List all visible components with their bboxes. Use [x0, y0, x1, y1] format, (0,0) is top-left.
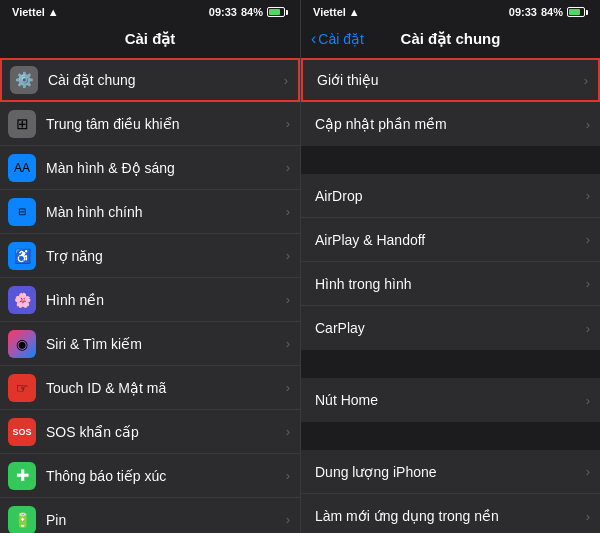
- battery-fill-right: [569, 9, 580, 15]
- battery-icon-left: [267, 7, 288, 17]
- chevron-man-hinh-chinh: ›: [286, 204, 290, 219]
- right-item-hinh-trong-hinh[interactable]: Hình trong hình ›: [301, 262, 600, 306]
- left-status-right: 09:33 84%: [209, 6, 288, 18]
- spacer-2: [301, 350, 600, 378]
- battery-icon-right: [567, 7, 588, 17]
- left-nav-bar: Cài đặt: [0, 22, 300, 58]
- label-trung-tam: Trung tâm điều khiển: [46, 116, 286, 132]
- settings-item-thong-bao[interactable]: ✚ Thông báo tiếp xúc ›: [0, 454, 300, 498]
- right-item-carplay[interactable]: CarPlay ›: [301, 306, 600, 350]
- right-item-gioi-thieu[interactable]: Giới thiệu ›: [301, 58, 600, 102]
- chevron-hinh-nen: ›: [286, 292, 290, 307]
- chevron-airdrop: ›: [586, 188, 590, 203]
- battery-pct-right: 84%: [541, 6, 563, 18]
- settings-item-pin[interactable]: 🔋 Pin ›: [0, 498, 300, 533]
- right-group-3: Dung lượng iPhone › Làm mới ứng dụng tro…: [301, 450, 600, 533]
- right-group-0: Giới thiệu › Cập nhật phần mềm ›: [301, 58, 600, 146]
- settings-item-cai-dat-chung[interactable]: ⚙️ Cài đặt chung ›: [0, 58, 300, 102]
- label-pin: Pin: [46, 512, 286, 528]
- label-touch-id: Touch ID & Mật mã: [46, 380, 286, 396]
- right-nav-title: Cài đặt chung: [401, 30, 501, 48]
- battery-fill-left: [269, 9, 280, 15]
- settings-item-man-hinh-chinh[interactable]: ⊟ Màn hình chính ›: [0, 190, 300, 234]
- carrier-right: Viettel: [313, 6, 346, 18]
- right-settings-list: Giới thiệu › Cập nhật phần mềm › AirDrop…: [301, 58, 600, 533]
- label-nut-home: Nút Home: [315, 392, 586, 408]
- settings-item-trung-tam[interactable]: ⊞ Trung tâm điều khiển ›: [0, 102, 300, 146]
- label-man-hinh-chinh: Màn hình chính: [46, 204, 286, 220]
- label-cap-nhat: Cập nhật phần mềm: [315, 116, 586, 132]
- settings-item-siri[interactable]: ◉ Siri & Tìm kiếm ›: [0, 322, 300, 366]
- time-right: 09:33: [509, 6, 537, 18]
- label-airdrop: AirDrop: [315, 188, 586, 204]
- chevron-dung-luong: ›: [586, 464, 590, 479]
- chevron-thong-bao: ›: [286, 468, 290, 483]
- right-group-2: Nút Home ›: [301, 378, 600, 422]
- label-tro-nang: Trợ năng: [46, 248, 286, 264]
- battery-body-left: [267, 7, 285, 17]
- spacer-1: [301, 146, 600, 174]
- left-panel: Viettel ▲ 09:33 84% Cài đặt ⚙️ Cài đặt c…: [0, 0, 300, 533]
- chevron-sos: ›: [286, 424, 290, 439]
- label-hinh-trong-hinh: Hình trong hình: [315, 276, 586, 292]
- chevron-pin: ›: [286, 512, 290, 527]
- label-carplay: CarPlay: [315, 320, 586, 336]
- label-gioi-thieu: Giới thiệu: [317, 72, 584, 88]
- nav-back-button[interactable]: ‹ Cài đặt: [311, 30, 364, 48]
- battery-pct-left: 84%: [241, 6, 263, 18]
- left-settings-list: ⚙️ Cài đặt chung › ⊞ Trung tâm điều khiể…: [0, 58, 300, 533]
- chevron-carplay: ›: [586, 321, 590, 336]
- settings-item-sos[interactable]: SOS SOS khẩn cấp ›: [0, 410, 300, 454]
- chevron-cai-dat-chung: ›: [284, 73, 288, 88]
- left-settings-group: ⚙️ Cài đặt chung › ⊞ Trung tâm điều khiể…: [0, 58, 300, 533]
- icon-hinh-nen: 🌸: [8, 286, 36, 314]
- icon-touch-id: ☞: [8, 374, 36, 402]
- chevron-airplay: ›: [586, 232, 590, 247]
- right-item-dung-luong[interactable]: Dung lượng iPhone ›: [301, 450, 600, 494]
- chevron-trung-tam: ›: [286, 116, 290, 131]
- settings-item-hinh-nen[interactable]: 🌸 Hình nền ›: [0, 278, 300, 322]
- settings-item-tro-nang[interactable]: ♿ Trợ năng ›: [0, 234, 300, 278]
- battery-tip-left: [286, 10, 288, 15]
- icon-pin: 🔋: [8, 506, 36, 534]
- label-cai-dat-chung: Cài đặt chung: [48, 72, 284, 88]
- right-status-left: Viettel ▲: [313, 6, 360, 18]
- right-item-cap-nhat[interactable]: Cập nhật phần mềm ›: [301, 102, 600, 146]
- right-status-right: 09:33 84%: [509, 6, 588, 18]
- right-item-nut-home[interactable]: Nút Home ›: [301, 378, 600, 422]
- chevron-cap-nhat: ›: [586, 117, 590, 132]
- icon-tro-nang: ♿: [8, 242, 36, 270]
- settings-item-man-hinh[interactable]: AA Màn hình & Độ sáng ›: [0, 146, 300, 190]
- icon-man-hinh: AA: [8, 154, 36, 182]
- label-lam-moi: Làm mới ứng dụng trong nền: [315, 508, 586, 524]
- right-item-airdrop[interactable]: AirDrop ›: [301, 174, 600, 218]
- right-item-airplay[interactable]: AirPlay & Handoff ›: [301, 218, 600, 262]
- label-airplay: AirPlay & Handoff: [315, 232, 586, 248]
- chevron-lam-moi: ›: [586, 509, 590, 524]
- spacer-3: [301, 422, 600, 450]
- label-thong-bao: Thông báo tiếp xúc: [46, 468, 286, 484]
- chevron-gioi-thieu: ›: [584, 73, 588, 88]
- icon-sos: SOS: [8, 418, 36, 446]
- icon-man-hinh-chinh: ⊟: [8, 198, 36, 226]
- chevron-hinh-trong-hinh: ›: [586, 276, 590, 291]
- settings-item-touch-id[interactable]: ☞ Touch ID & Mật mã ›: [0, 366, 300, 410]
- wifi-icon-right: ▲: [349, 6, 360, 18]
- chevron-nut-home: ›: [586, 393, 590, 408]
- battery-tip-right: [586, 10, 588, 15]
- label-hinh-nen: Hình nền: [46, 292, 286, 308]
- icon-trung-tam: ⊞: [8, 110, 36, 138]
- right-status-bar: Viettel ▲ 09:33 84%: [301, 0, 600, 22]
- wifi-icon: ▲: [48, 6, 59, 18]
- chevron-man-hinh: ›: [286, 160, 290, 175]
- right-item-lam-moi[interactable]: Làm mới ứng dụng trong nền ›: [301, 494, 600, 533]
- left-nav-title: Cài đặt: [125, 30, 176, 48]
- chevron-tro-nang: ›: [286, 248, 290, 263]
- left-status-bar: Viettel ▲ 09:33 84%: [0, 0, 300, 22]
- icon-cai-dat-chung: ⚙️: [10, 66, 38, 94]
- battery-body-right: [567, 7, 585, 17]
- left-status-left: Viettel ▲: [12, 6, 59, 18]
- time-left: 09:33: [209, 6, 237, 18]
- chevron-siri: ›: [286, 336, 290, 351]
- icon-thong-bao: ✚: [8, 462, 36, 490]
